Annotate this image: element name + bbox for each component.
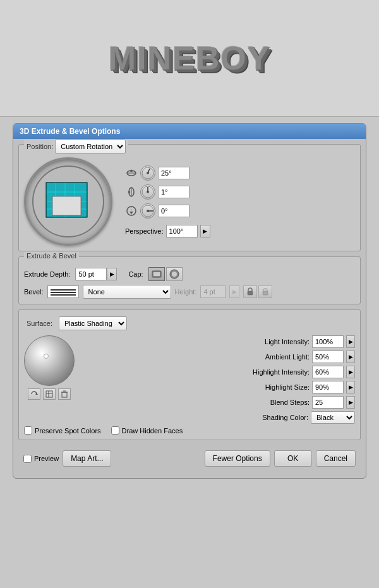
y-angle-row <box>125 184 210 200</box>
ambient-light-input[interactable] <box>312 351 344 363</box>
x-rotation-icon <box>125 167 138 179</box>
preserve-spot-text: Preserve Spot Colors <box>35 427 101 435</box>
surface-header: Surface: Plastic Shading Diffuse Shading… <box>24 316 355 330</box>
header-area: MINEBOY <box>0 0 379 117</box>
draw-hidden-text: Draw Hidden Faces <box>122 427 183 435</box>
blend-steps-arrow[interactable]: ▶ <box>346 396 355 409</box>
perspective-input[interactable] <box>166 225 198 237</box>
map-art-button[interactable]: Map Art... <box>63 450 111 467</box>
position-group: Position: Custom Rotation Off-Axis Front… <box>18 144 361 251</box>
preserve-spot-checkbox[interactable] <box>24 426 32 435</box>
highlight-size-arrow[interactable]: ▶ <box>346 381 355 393</box>
depth-stepper-btn[interactable]: ▶ <box>107 268 117 280</box>
highlight-intensity-row: Highlight Intensity: ▶ <box>81 366 355 378</box>
height-input <box>200 285 226 298</box>
svg-rect-28 <box>153 272 160 276</box>
perspective-label: Perspective: <box>125 227 164 235</box>
checkboxes-row: Preserve Spot Colors Draw Hidden Faces <box>24 426 355 435</box>
position-body: Perspective: ▶ <box>24 157 355 246</box>
svg-marker-23 <box>129 212 133 214</box>
light-intensity-row: Light Intensity: ▶ <box>81 335 355 348</box>
x-angle-input[interactable] <box>158 167 190 179</box>
y-rotation-icon <box>125 186 138 198</box>
lock-buttons <box>243 285 272 298</box>
surface-group: Surface: Plastic Shading Diffuse Shading… <box>18 309 361 440</box>
y-angle-dial[interactable] <box>140 184 155 200</box>
bevel-row: Bevel: None Classic Wide Rounded Height:… <box>24 285 355 299</box>
svg-rect-34 <box>46 391 52 397</box>
cap-btn-1[interactable] <box>148 267 165 281</box>
blend-steps-row: Blend Steps: ▶ <box>81 396 355 409</box>
fewer-options-button[interactable]: Fewer Options <box>205 450 270 467</box>
light-intensity-label: Light Intensity: <box>265 338 310 345</box>
extrude-legend: Extrude & Bevel <box>24 252 79 260</box>
svg-rect-7 <box>52 196 81 215</box>
cap-btn-2[interactable] <box>166 267 183 281</box>
surface-select[interactable]: Plastic Shading Diffuse Shading No Shadi… <box>59 316 127 330</box>
height-stepper-btn: ▶ <box>229 285 239 298</box>
svg-marker-33 <box>35 393 38 395</box>
sphere-preview <box>24 335 75 386</box>
sphere-bottom-controls <box>28 388 71 400</box>
bevel-select[interactable]: None Classic Wide Rounded <box>83 285 171 299</box>
position-select[interactable]: Custom Rotation Off-Axis Front Off-Axis … <box>55 140 126 153</box>
draw-hidden-label[interactable]: Draw Hidden Faces <box>111 426 183 435</box>
blend-steps-label: Blend Steps: <box>270 399 310 406</box>
preview-label[interactable]: Preview <box>23 455 59 463</box>
height-label: Height: <box>175 288 197 296</box>
ok-button[interactable]: OK <box>274 450 312 467</box>
draw-hidden-checkbox[interactable] <box>111 426 119 435</box>
rotation-circle-inner <box>32 165 104 237</box>
highlight-intensity-input[interactable] <box>312 366 344 378</box>
position-legend: Position: Custom Rotation Off-Axis Front… <box>24 140 128 153</box>
z-angle-row <box>125 203 210 219</box>
sphere-rotate-btn[interactable] <box>28 388 40 400</box>
ambient-light-arrow[interactable]: ▶ <box>346 351 355 363</box>
cancel-button[interactable]: Cancel <box>316 450 356 467</box>
svg-point-30 <box>172 272 177 277</box>
blend-steps-input[interactable] <box>312 396 344 409</box>
x-angle-row <box>125 165 210 181</box>
highlight-intensity-arrow[interactable]: ▶ <box>346 366 355 378</box>
highlight-size-label: Highlight Size: <box>265 383 310 391</box>
dialog-content: Position: Custom Rotation Off-Axis Front… <box>13 139 366 472</box>
sphere-delete-btn[interactable] <box>58 388 71 400</box>
cap-buttons <box>148 267 183 281</box>
extrude-depth-row: Extrude Depth: ▶ Cap: <box>24 267 355 281</box>
app-title: MINEBOY <box>109 39 271 77</box>
dialog: 3D Extrude & Bevel Options Position: Cus… <box>13 123 366 479</box>
highlight-size-input[interactable] <box>312 381 344 393</box>
y-angle-input[interactable] <box>158 186 190 198</box>
perspective-arrow-btn[interactable]: ▶ <box>200 225 210 237</box>
z-angle-input[interactable] <box>158 205 190 217</box>
x-angle-dial[interactable] <box>140 165 155 181</box>
light-intensity-input[interactable] <box>312 335 344 348</box>
preserve-spot-label[interactable]: Preserve Spot Colors <box>24 426 101 435</box>
dialog-title: 3D Extrude & Bevel Options <box>13 124 366 139</box>
perspective-row: Perspective: ▶ <box>125 225 210 237</box>
depth-input[interactable] <box>75 268 107 280</box>
ambient-light-row: Ambient Light: ▶ <box>81 351 355 363</box>
surface-body: Light Intensity: ▶ Ambient Light: ▶ High… <box>24 335 355 424</box>
bevel-preview <box>47 285 79 298</box>
svg-rect-37 <box>62 392 67 397</box>
rotation-circle[interactable] <box>24 157 112 246</box>
sphere-grid-btn[interactable] <box>43 388 56 400</box>
svg-rect-32 <box>263 291 268 295</box>
lock-btn-2[interactable] <box>258 285 272 298</box>
depth-input-group: ▶ <box>75 268 117 280</box>
position-label: Position: <box>27 143 53 150</box>
cube-preview-svg <box>37 170 100 233</box>
sphere-light-dot[interactable] <box>44 354 49 359</box>
sphere-preview-container <box>24 335 75 424</box>
shading-color-select[interactable]: Black White Custom <box>311 411 355 424</box>
z-angle-dial[interactable] <box>140 203 155 219</box>
bottom-bar: Preview Map Art... Fewer Options OK Canc… <box>18 445 361 467</box>
highlight-intensity-label: Highlight Intensity: <box>253 368 310 376</box>
preview-checkbox[interactable] <box>23 455 32 463</box>
cap-label: Cap: <box>128 270 143 278</box>
lock-btn-1[interactable] <box>243 285 257 298</box>
preview-text: Preview <box>34 455 59 462</box>
light-intensity-arrow[interactable]: ▶ <box>346 335 355 348</box>
bevel-label: Bevel: <box>24 288 44 296</box>
